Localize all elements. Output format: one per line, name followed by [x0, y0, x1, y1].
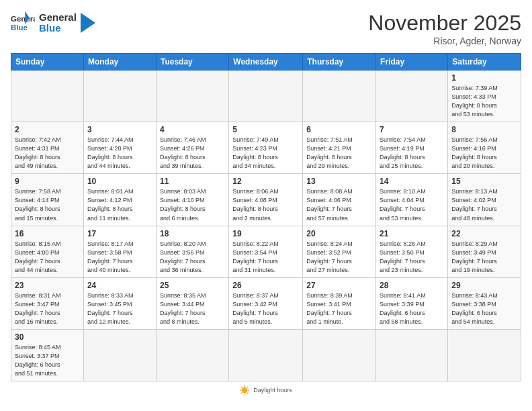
day-info: Sunrise: 8:33 AM Sunset: 3:45 PM Dayligh…: [87, 291, 152, 326]
calendar-header-wednesday: Wednesday: [229, 54, 303, 71]
svg-line-12: [241, 392, 242, 394]
day-number: 3: [87, 125, 152, 134]
calendar-cell: 21Sunrise: 8:26 AM Sunset: 3:50 PM Dayli…: [376, 226, 448, 277]
calendar-cell: 17Sunrise: 8:17 AM Sunset: 3:58 PM Dayli…: [83, 226, 156, 277]
day-number: 1: [451, 73, 517, 83]
day-info: Sunrise: 7:42 AM Sunset: 4:31 PM Dayligh…: [15, 136, 80, 171]
calendar-cell: 30Sunrise: 8:45 AM Sunset: 3:37 PM Dayli…: [11, 329, 84, 381]
day-number: 27: [306, 281, 372, 290]
footer-note: Daylight hours: [11, 385, 521, 395]
day-info: Sunrise: 7:54 AM Sunset: 4:19 PM Dayligh…: [380, 136, 444, 171]
day-info: Sunrise: 8:20 AM Sunset: 3:56 PM Dayligh…: [160, 240, 225, 275]
calendar-cell: 9Sunrise: 7:58 AM Sunset: 4:14 PM Daylig…: [11, 174, 84, 226]
day-info: Sunrise: 8:26 AM Sunset: 3:50 PM Dayligh…: [380, 240, 444, 275]
day-info: Sunrise: 7:44 AM Sunset: 4:28 PM Dayligh…: [87, 136, 152, 171]
calendar-week-1: 2Sunrise: 7:42 AM Sunset: 4:31 PM Daylig…: [11, 122, 521, 174]
day-info: Sunrise: 8:35 AM Sunset: 3:44 PM Dayligh…: [160, 291, 225, 326]
day-info: Sunrise: 8:31 AM Sunset: 3:47 PM Dayligh…: [15, 291, 80, 326]
day-number: 25: [160, 281, 225, 290]
header: General Blue General Blue November 2025 …: [11, 11, 521, 46]
day-number: 16: [15, 229, 80, 238]
calendar-header-row: SundayMondayTuesdayWednesdayThursdayFrid…: [11, 54, 521, 71]
day-number: 24: [87, 281, 152, 290]
day-number: 15: [451, 177, 517, 186]
calendar-cell: 2Sunrise: 7:42 AM Sunset: 4:31 PM Daylig…: [11, 122, 84, 174]
day-number: 5: [232, 125, 299, 134]
day-info: Sunrise: 8:17 AM Sunset: 3:58 PM Dayligh…: [87, 240, 152, 275]
calendar-cell: [229, 71, 303, 122]
day-number: 2: [15, 125, 80, 134]
calendar-cell: 3Sunrise: 7:44 AM Sunset: 4:28 PM Daylig…: [83, 122, 156, 174]
calendar-header-sunday: Sunday: [11, 54, 84, 71]
location: Risor, Agder, Norway: [368, 36, 521, 46]
day-number: 12: [232, 177, 299, 186]
day-info: Sunrise: 8:41 AM Sunset: 3:39 PM Dayligh…: [380, 291, 444, 326]
calendar-cell: 20Sunrise: 8:24 AM Sunset: 3:52 PM Dayli…: [303, 226, 376, 277]
logo-chevron-icon: [81, 13, 95, 33]
svg-line-9: [241, 387, 242, 388]
day-info: Sunrise: 8:13 AM Sunset: 4:02 PM Dayligh…: [451, 187, 517, 222]
calendar-cell: [156, 329, 228, 381]
day-number: 28: [380, 281, 444, 290]
calendar-header-saturday: Saturday: [448, 54, 521, 71]
day-info: Sunrise: 8:03 AM Sunset: 4:10 PM Dayligh…: [160, 187, 225, 222]
calendar-cell: 12Sunrise: 8:06 AM Sunset: 4:08 PM Dayli…: [229, 174, 303, 226]
svg-text:General: General: [11, 15, 35, 23]
month-title: November 2025: [368, 11, 521, 36]
calendar-week-0: 1Sunrise: 7:39 AM Sunset: 4:33 PM Daylig…: [11, 71, 521, 122]
calendar-cell: 10Sunrise: 8:01 AM Sunset: 4:12 PM Dayli…: [83, 174, 156, 226]
day-number: 26: [232, 281, 299, 290]
day-number: 20: [306, 229, 372, 238]
calendar-week-3: 16Sunrise: 8:15 AM Sunset: 4:00 PM Dayli…: [11, 226, 521, 277]
day-number: 14: [380, 177, 444, 186]
calendar-cell: [83, 329, 156, 381]
logo-general-text: General: [39, 12, 77, 24]
day-number: 9: [15, 177, 80, 186]
day-info: Sunrise: 8:08 AM Sunset: 4:06 PM Dayligh…: [306, 187, 372, 222]
day-info: Sunrise: 8:15 AM Sunset: 4:00 PM Dayligh…: [15, 240, 80, 275]
calendar-cell: 16Sunrise: 8:15 AM Sunset: 4:00 PM Dayli…: [11, 226, 84, 277]
calendar-cell: [448, 329, 521, 381]
calendar-cell: 14Sunrise: 8:10 AM Sunset: 4:04 PM Dayli…: [376, 174, 448, 226]
svg-line-11: [247, 387, 248, 388]
sun-icon: [240, 385, 249, 395]
calendar-header-thursday: Thursday: [303, 54, 376, 71]
calendar-cell: 8Sunrise: 7:56 AM Sunset: 4:16 PM Daylig…: [448, 122, 521, 174]
day-number: 21: [380, 229, 444, 238]
calendar-cell: [303, 71, 376, 122]
day-info: Sunrise: 8:24 AM Sunset: 3:52 PM Dayligh…: [306, 240, 372, 275]
calendar-cell: 11Sunrise: 8:03 AM Sunset: 4:10 PM Dayli…: [156, 174, 228, 226]
day-number: 23: [15, 281, 80, 290]
calendar-header-tuesday: Tuesday: [156, 54, 228, 71]
calendar-cell: 28Sunrise: 8:41 AM Sunset: 3:39 PM Dayli…: [376, 277, 448, 329]
day-info: Sunrise: 7:49 AM Sunset: 4:23 PM Dayligh…: [232, 136, 299, 171]
daylight-label: Daylight hours: [253, 387, 292, 394]
logo-icon: General Blue: [11, 11, 35, 35]
day-info: Sunrise: 8:37 AM Sunset: 3:42 PM Dayligh…: [232, 291, 299, 326]
calendar-week-5: 30Sunrise: 8:45 AM Sunset: 3:37 PM Dayli…: [11, 329, 521, 381]
calendar-cell: 19Sunrise: 8:22 AM Sunset: 3:54 PM Dayli…: [229, 226, 303, 277]
calendar-cell: 25Sunrise: 8:35 AM Sunset: 3:44 PM Dayli…: [156, 277, 228, 329]
logo-blue-text: Blue: [39, 23, 77, 34]
calendar-cell: 18Sunrise: 8:20 AM Sunset: 3:56 PM Dayli…: [156, 226, 228, 277]
day-number: 11: [160, 177, 225, 186]
calendar-week-2: 9Sunrise: 7:58 AM Sunset: 4:14 PM Daylig…: [11, 174, 521, 226]
day-info: Sunrise: 8:39 AM Sunset: 3:41 PM Dayligh…: [306, 291, 372, 326]
day-number: 22: [451, 229, 517, 238]
calendar: SundayMondayTuesdayWednesdayThursdayFrid…: [11, 53, 521, 381]
calendar-cell: 6Sunrise: 7:51 AM Sunset: 4:21 PM Daylig…: [303, 122, 376, 174]
day-info: Sunrise: 7:58 AM Sunset: 4:14 PM Dayligh…: [15, 187, 80, 222]
calendar-cell: 1Sunrise: 7:39 AM Sunset: 4:33 PM Daylig…: [448, 71, 521, 122]
calendar-cell: 24Sunrise: 8:33 AM Sunset: 3:45 PM Dayli…: [83, 277, 156, 329]
calendar-cell: 23Sunrise: 8:31 AM Sunset: 3:47 PM Dayli…: [11, 277, 84, 329]
calendar-header-friday: Friday: [376, 54, 448, 71]
day-number: 29: [451, 281, 517, 290]
calendar-week-4: 23Sunrise: 8:31 AM Sunset: 3:47 PM Dayli…: [11, 277, 521, 329]
calendar-cell: 27Sunrise: 8:39 AM Sunset: 3:41 PM Dayli…: [303, 277, 376, 329]
calendar-cell: [376, 329, 448, 381]
day-number: 19: [232, 229, 299, 238]
day-number: 10: [87, 177, 152, 186]
title-block: November 2025 Risor, Agder, Norway: [368, 11, 521, 46]
day-info: Sunrise: 7:56 AM Sunset: 4:16 PM Dayligh…: [451, 136, 517, 171]
day-info: Sunrise: 8:06 AM Sunset: 4:08 PM Dayligh…: [232, 187, 299, 222]
